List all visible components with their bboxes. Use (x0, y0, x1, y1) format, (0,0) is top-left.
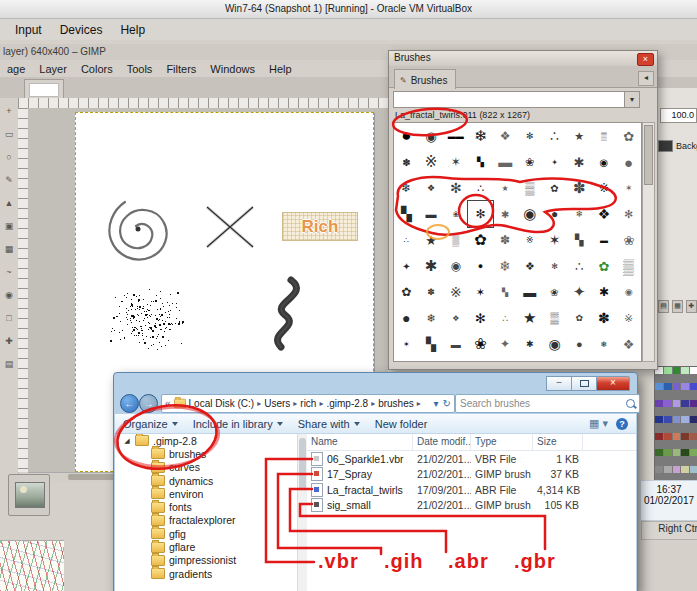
palette-swatch[interactable] (690, 449, 697, 456)
tool-icon[interactable]: ◉ (5, 290, 13, 300)
gimp-menu-layer[interactable]: Layer (32, 62, 74, 76)
gimp-menu-age[interactable]: age (0, 62, 32, 76)
brush-thumb[interactable]: ▬ (592, 227, 617, 253)
brush-thumb[interactable]: ▬ (493, 149, 518, 175)
tool-icon[interactable]: ▲ (5, 198, 14, 208)
toolbar-organize[interactable]: Organize (123, 418, 178, 430)
brush-thumb[interactable]: ✱ (493, 201, 518, 227)
palette-swatch[interactable] (681, 466, 689, 473)
brush-thumb[interactable]: ∴ (468, 175, 493, 201)
palette-swatch[interactable] (664, 433, 672, 440)
brush-thumb[interactable]: ✶ (443, 149, 468, 175)
palette-swatch[interactable] (673, 466, 681, 473)
tool-icon[interactable]: ▣ (5, 221, 14, 231)
brush-thumb[interactable]: ◉ (616, 279, 641, 305)
brush-thumb[interactable]: ▒ (443, 227, 468, 253)
palette-swatch[interactable] (681, 433, 689, 440)
brush-thumb[interactable]: ▒ (518, 175, 543, 201)
layer-row-background[interactable]: Background (658, 138, 697, 154)
views-icon[interactable]: ▦ ▾ (589, 417, 608, 430)
palette-swatch[interactable] (673, 383, 681, 390)
palette-swatch[interactable] (664, 383, 672, 390)
brush-thumb[interactable]: ❖ (493, 123, 518, 149)
close-icon[interactable]: × (637, 53, 654, 66)
palette-swatch[interactable] (664, 367, 672, 374)
brush-thumb[interactable]: ▬ (518, 279, 543, 305)
brush-thumb[interactable]: ∴ (567, 253, 592, 279)
chevron-down-icon[interactable]: ▾ (624, 92, 639, 107)
tool-icon[interactable]: ~ (6, 267, 11, 277)
palette-swatch[interactable] (673, 416, 681, 423)
brush-thumb[interactable]: ▒ (616, 253, 641, 279)
tree-item-brushes[interactable]: brushes (115, 447, 297, 460)
brush-thumb[interactable]: ∴ (542, 123, 567, 149)
tree-item-environ[interactable]: environ (115, 487, 297, 500)
brush-thumb[interactable]: ✽ (419, 279, 444, 305)
brush-thumb[interactable]: ● (394, 123, 419, 149)
brush-thumb[interactable]: ◉ (443, 253, 468, 279)
brush-thumb[interactable]: ◉ (542, 331, 567, 357)
dock-icon[interactable]: ✚ (686, 300, 697, 313)
brush-thumb[interactable]: ❄ (493, 253, 518, 279)
tree-item-dynamics[interactable]: dynamics (115, 474, 297, 487)
brush-thumb[interactable]: ▬▬ (443, 123, 468, 149)
brush-thumb[interactable]: ❀ (518, 149, 543, 175)
tool-icon[interactable]: ▭ (5, 129, 14, 139)
brush-thumb[interactable]: ◉ (518, 201, 543, 227)
vbox-menu-help[interactable]: Help (111, 21, 154, 39)
brush-thumb[interactable]: ❀ (468, 331, 493, 357)
address-bar[interactable]: « Local Disk (C:)▸Users▸rich▸.gimp-2.8▸b… (161, 394, 455, 413)
palette-swatch[interactable] (655, 449, 663, 456)
brush-thumb[interactable]: ✱ (567, 149, 592, 175)
palette-swatch[interactable] (681, 367, 689, 374)
tree-item-gradients[interactable]: gradients (115, 567, 297, 580)
opacity-value-box[interactable]: 100.0 (660, 108, 697, 123)
brush-thumb[interactable]: ❀ (443, 201, 468, 227)
forward-button[interactable]: → (139, 394, 158, 413)
brush-thumb[interactable]: ✱ (592, 279, 617, 305)
breadcrumb-segment[interactable]: brushes (378, 398, 414, 409)
brush-thumb[interactable]: ▚ (567, 227, 592, 253)
brush-thumb[interactable]: ✶ (542, 227, 567, 253)
palette-swatch[interactable] (681, 383, 689, 390)
tool-icon[interactable]: + (6, 106, 11, 116)
gimp-menu-filters[interactable]: Filters (159, 62, 203, 76)
brush-thumb[interactable]: ▬ (443, 331, 468, 357)
back-button[interactable]: ← (120, 394, 139, 413)
maximize-button[interactable] (571, 376, 596, 391)
brush-thumb[interactable]: ✱ (518, 331, 543, 357)
close-button[interactable]: × (596, 376, 630, 391)
brush-thumb[interactable]: ✽ (567, 175, 592, 201)
palette-swatch[interactable] (690, 400, 697, 407)
palette-swatch[interactable] (681, 416, 689, 423)
brush-thumb[interactable]: ※ (592, 175, 617, 201)
brush-thumb[interactable]: ※ (443, 279, 468, 305)
minimize-button[interactable]: – (546, 376, 571, 391)
brush-thumb[interactable]: ▚ (468, 149, 493, 175)
tree-item-gimpressionist[interactable]: gimpressionist (115, 554, 297, 567)
brush-thumb[interactable]: ◉ (592, 149, 617, 175)
gimp-image-tab[interactable] (24, 79, 64, 99)
palette-swatch[interactable] (664, 449, 672, 456)
palette-swatch[interactable] (681, 400, 689, 407)
brushes-dialog-titlebar[interactable]: Brushes × (389, 51, 657, 66)
dock-icon[interactable]: ▦ (672, 300, 683, 313)
palette-swatch[interactable] (690, 383, 697, 390)
vbox-menu-input[interactable]: Input (6, 21, 51, 39)
palette-swatch[interactable] (664, 400, 672, 407)
toolbar-include-in-library[interactable]: Include in library (193, 418, 283, 430)
palette-swatch[interactable] (655, 416, 663, 423)
search-input[interactable]: Search brushes (455, 394, 640, 413)
file-row[interactable]: 06_Sparkle1.vbr21/02/201...VBR File1 KB (307, 451, 636, 467)
chevron-down-icon[interactable]: ▾ (434, 398, 439, 409)
brush-thumb[interactable]: ● (468, 253, 493, 279)
palette-swatch[interactable] (673, 449, 681, 456)
brush-thumb[interactable]: ❖ (592, 201, 617, 227)
brush-thumb[interactable]: ❄ (419, 305, 444, 331)
tool-icon[interactable]: ✚ (5, 336, 13, 346)
palette-swatch[interactable] (690, 433, 697, 440)
brush-thumb[interactable]: ✱ (419, 253, 444, 279)
tree-item-curves[interactable]: curves (115, 461, 297, 474)
tree-item-gimp-28[interactable]: ◢.gimp-2.8 (115, 434, 297, 447)
brush-thumb[interactable]: ✽ (394, 149, 419, 175)
